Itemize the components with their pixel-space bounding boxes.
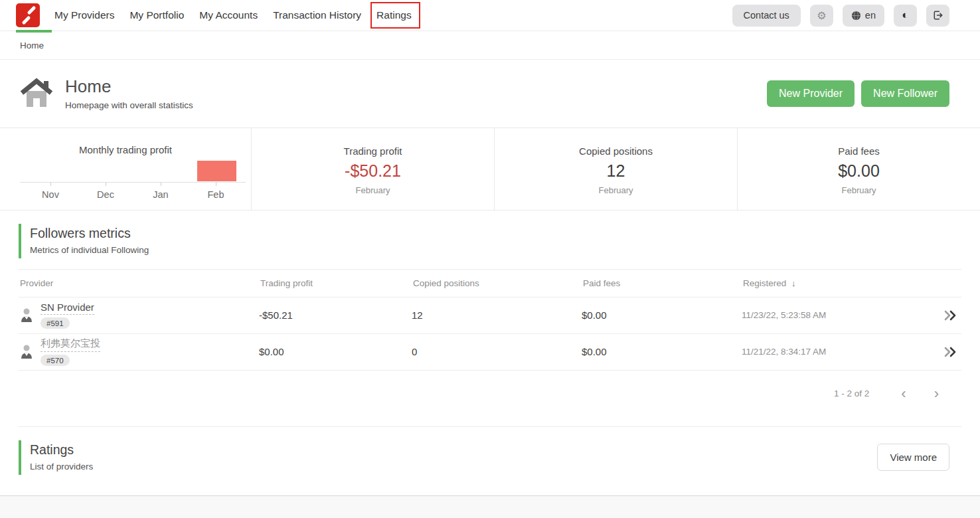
- column-paid-fees[interactable]: Paid fees: [582, 278, 742, 288]
- main-nav: My Providers My Portfolio My Accounts Tr…: [54, 9, 412, 21]
- section-title: Followers metrics: [30, 226, 980, 241]
- stat-period: February: [355, 185, 390, 195]
- stat-period: February: [841, 185, 876, 195]
- column-trading-profit[interactable]: Trading profit: [259, 278, 412, 288]
- globe-icon: [851, 11, 861, 21]
- section-title: Ratings: [30, 442, 93, 458]
- contrast-icon: ◐: [902, 9, 908, 22]
- ratings-header: Ratings List of providers: [19, 440, 93, 475]
- cell-trading-profit: -$50.21: [259, 309, 412, 321]
- page-header: Home Homepage with overall statistics Ne…: [0, 60, 980, 128]
- section-subtitle: Metrics of individual Following: [30, 245, 980, 255]
- stat-card-copied-positions: Copied positions 12 February: [495, 128, 738, 210]
- chart-tick-label-feb: Feb: [208, 189, 224, 200]
- provider-stack: 利弗莫尔宝投 #570: [41, 337, 100, 366]
- chart-tick: [216, 182, 216, 186]
- home-icon: [20, 78, 53, 109]
- page-title-block: Home Homepage with overall statistics: [65, 77, 193, 110]
- monthly-trading-profit-chart: Monthly trading profit Nov Dec Jan Feb: [0, 128, 252, 210]
- pagination-range-label: 1 - 2 of 2: [834, 388, 869, 398]
- details-double-chevron-icon: [943, 347, 957, 357]
- chart-tick-label-nov: Nov: [42, 189, 59, 200]
- table-row[interactable]: SN Provider #591 -$50.21 12 $0.00 11/23/…: [19, 298, 961, 334]
- avatar-icon: [20, 308, 33, 323]
- contact-us-button[interactable]: Contact us: [732, 5, 801, 27]
- page-actions: New Provider New Follower: [767, 80, 949, 107]
- nav-my-accounts[interactable]: My Accounts: [199, 9, 258, 21]
- new-follower-button[interactable]: New Follower: [861, 80, 949, 107]
- provider-cell: SN Provider #591: [19, 302, 259, 329]
- chart-title: Monthly trading profit: [0, 144, 251, 155]
- column-provider[interactable]: Provider: [19, 278, 259, 288]
- cell-copied-positions: 0: [412, 346, 582, 357]
- cell-registered: 11/21/22, 8:34:17 AM: [742, 347, 924, 357]
- details-double-chevron-icon: [943, 310, 957, 321]
- topbar-actions: Contact us ⚙ en ◐: [732, 5, 980, 27]
- column-copied-positions[interactable]: Copied positions: [412, 278, 582, 288]
- stat-label: Copied positions: [579, 145, 653, 157]
- theme-toggle-button[interactable]: ◐: [894, 5, 917, 27]
- ratings-section: Ratings List of providers View more: [19, 440, 949, 475]
- new-provider-button[interactable]: New Provider: [767, 80, 855, 107]
- row-details-button[interactable]: [924, 347, 961, 357]
- logout-icon: [932, 10, 943, 21]
- breadcrumb-home[interactable]: Home: [20, 41, 44, 50]
- logo-icon: [16, 3, 40, 27]
- stat-label: Paid fees: [838, 145, 880, 157]
- followers-metrics-table: Provider Trading profit Copied positions…: [19, 269, 961, 371]
- chart-tick: [161, 182, 161, 186]
- cell-paid-fees: $0.00: [582, 346, 742, 357]
- column-registered[interactable]: Registered ↓: [742, 278, 924, 288]
- row-details-button[interactable]: [924, 310, 961, 321]
- table-row[interactable]: 利弗莫尔宝投 #570 $0.00 0 $0.00 11/21/22, 8:34…: [19, 334, 961, 371]
- nav-ratings-label: Ratings: [376, 9, 412, 21]
- chart-tick: [50, 182, 51, 186]
- app-logo[interactable]: [16, 0, 41, 31]
- followers-metrics-header: Followers metrics Metrics of individual …: [19, 224, 980, 258]
- language-button[interactable]: en: [843, 5, 884, 27]
- chart-tick: [106, 182, 106, 186]
- chart-tick-label-jan: Jan: [153, 189, 168, 200]
- provider-stack: SN Provider #591: [41, 302, 94, 329]
- pagination-next-button[interactable]: ›: [934, 387, 939, 401]
- stat-value-trading-profit: -$50.21: [345, 161, 401, 181]
- provider-account-badge: #591: [41, 317, 70, 329]
- avatar-icon: [20, 345, 33, 359]
- active-logo-underline: [16, 30, 52, 33]
- page-subtitle: Homepage with overall statistics: [65, 100, 193, 110]
- stat-value-paid-fees: $0.00: [838, 161, 880, 181]
- stat-label: Trading profit: [344, 145, 402, 157]
- provider-cell: 利弗莫尔宝投 #570: [19, 337, 259, 366]
- nav-ratings[interactable]: Ratings: [376, 9, 412, 21]
- page-title: Home: [65, 77, 193, 97]
- nav-my-providers[interactable]: My Providers: [54, 9, 114, 21]
- provider-name-link[interactable]: 利弗莫尔宝投: [41, 337, 100, 352]
- gear-icon: ⚙: [817, 9, 826, 22]
- view-more-button[interactable]: View more: [877, 444, 949, 471]
- overall-statistics-strip: Monthly trading profit Nov Dec Jan Feb T…: [0, 128, 980, 211]
- cell-trading-profit: $0.00: [259, 346, 412, 357]
- chart-bar-feb[interactable]: [197, 161, 236, 181]
- settings-button[interactable]: ⚙: [810, 5, 833, 27]
- stat-card-trading-profit: Trading profit -$50.21 February: [252, 128, 495, 210]
- column-registered-label: Registered: [743, 278, 786, 288]
- logout-button[interactable]: [926, 5, 949, 27]
- cell-paid-fees: $0.00: [582, 309, 742, 321]
- stat-card-paid-fees: Paid fees $0.00 February: [738, 128, 980, 210]
- footer-strip: [0, 495, 980, 518]
- pagination-prev-button[interactable]: ‹: [901, 387, 906, 401]
- table-header-row: Provider Trading profit Copied positions…: [19, 269, 961, 298]
- stat-value-copied-positions: 12: [607, 161, 625, 181]
- stat-period: February: [598, 185, 633, 195]
- breadcrumb: Home: [0, 31, 980, 60]
- provider-name-link[interactable]: SN Provider: [41, 302, 94, 315]
- top-navigation-bar: My Providers My Portfolio My Accounts Tr…: [0, 0, 980, 31]
- pagination: 1 - 2 of 2 ‹ ›: [0, 387, 939, 401]
- pagination-arrows: ‹ ›: [901, 387, 939, 401]
- provider-account-badge: #570: [41, 355, 70, 366]
- nav-my-portfolio[interactable]: My Portfolio: [129, 9, 184, 21]
- chart-x-axis: [20, 182, 246, 183]
- section-subtitle: List of providers: [30, 462, 93, 472]
- sort-desc-icon: ↓: [791, 278, 796, 288]
- nav-transaction-history[interactable]: Transaction History: [273, 9, 361, 21]
